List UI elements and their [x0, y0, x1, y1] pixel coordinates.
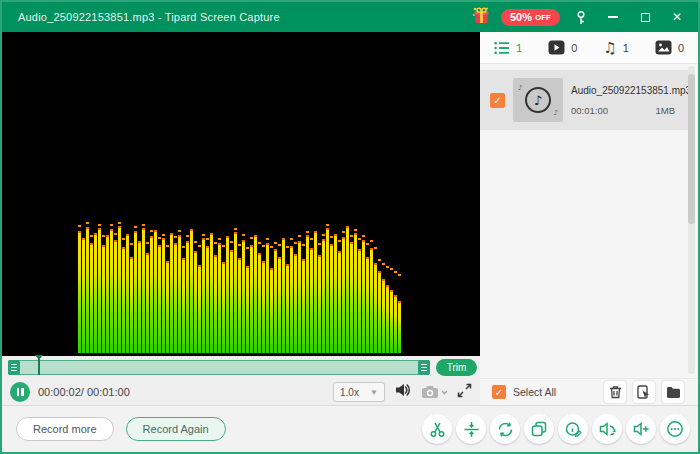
fullscreen-icon[interactable] [457, 383, 472, 402]
tab-video-count: 0 [571, 42, 577, 54]
titlebar: Audio_250922153851.mp3 - Tipard Screen C… [2, 2, 698, 32]
close-button[interactable]: ✕ [666, 7, 688, 27]
media-panel: 1 0 ♫ 1 0 [480, 32, 698, 405]
edit-info-icon [565, 421, 582, 438]
tab-video[interactable]: 0 [548, 40, 577, 55]
volume-boost-button[interactable] [626, 414, 656, 444]
trim-handle-left[interactable] [8, 360, 20, 375]
music-note-icon: ♫ [603, 39, 616, 57]
key-icon[interactable] [570, 7, 592, 27]
playback-row: 00:00:02/ 00:01:00 1.0x ▼ [2, 379, 480, 405]
gift-icon[interactable] [472, 6, 491, 29]
speaker-icon[interactable] [394, 382, 412, 402]
file-item[interactable]: ✓ ♪ ♪ ♪ Audio_250922153851.mp3 00:01:00 … [480, 70, 690, 130]
record-again-button[interactable]: Record Again [126, 417, 226, 441]
minimize-button[interactable] [602, 7, 624, 27]
file-checkbox[interactable]: ✓ [490, 93, 505, 108]
panel-scrollbar[interactable] [688, 66, 695, 374]
volume-boost-icon [633, 421, 650, 437]
waveform-visualizer [78, 226, 402, 353]
audio-preview [2, 32, 480, 356]
trash-icon [609, 385, 622, 399]
export-button[interactable] [633, 381, 655, 403]
promo-badge[interactable]: 50% OFF [501, 9, 560, 26]
panel-footer: ✓ Select All [480, 378, 698, 405]
trim-button[interactable]: Trim [436, 359, 477, 376]
camera-icon[interactable] [421, 385, 448, 399]
copy-button[interactable] [524, 414, 554, 444]
file-duration: 00:01:00 [571, 105, 608, 116]
split-icon [463, 421, 480, 438]
trim-handle-right[interactable] [418, 360, 430, 375]
copy-icon [531, 421, 547, 437]
trim-scissors-button[interactable] [422, 414, 452, 444]
export-icon [637, 385, 651, 399]
speed-select[interactable]: 1.0x ▼ [333, 382, 385, 402]
image-icon [655, 40, 672, 55]
more-dots-icon [666, 420, 684, 438]
bottom-toolbar: Record more Record Again [2, 405, 698, 452]
audio-convert-button[interactable] [592, 414, 622, 444]
tab-list-count: 1 [516, 42, 522, 54]
file-name: Audio_250922153851.mp3 [571, 85, 675, 96]
more-button[interactable] [660, 414, 690, 444]
window-title: Audio_250922153851.mp3 - Tipard Screen C… [18, 11, 280, 23]
trim-track[interactable] [8, 360, 430, 375]
app-window: Audio_250922153851.mp3 - Tipard Screen C… [0, 0, 700, 454]
tab-audio-count: 1 [623, 42, 629, 54]
progress-row: Trim [2, 356, 480, 379]
tab-list[interactable]: 1 [494, 41, 522, 55]
video-icon [548, 40, 565, 55]
promo-off: OFF [535, 13, 551, 22]
delete-button[interactable] [604, 381, 626, 403]
list-icon [494, 41, 510, 55]
file-list: ✓ ♪ ♪ ♪ Audio_250922153851.mp3 00:01:00 … [480, 64, 698, 378]
scrollbar-thumb[interactable] [688, 74, 695, 224]
edit-info-button[interactable] [558, 414, 588, 444]
preview-area: Trim 00:00:02/ 00:01:00 1.0x ▼ [2, 32, 480, 405]
tab-image[interactable]: 0 [655, 40, 684, 55]
chevron-down-icon: ▼ [370, 388, 378, 397]
scissors-icon [429, 421, 446, 438]
tab-audio[interactable]: ♫ 1 [603, 39, 629, 57]
select-all-checkbox[interactable]: ✓ [492, 385, 506, 399]
select-all-label: Select All [513, 386, 556, 398]
record-more-button[interactable]: Record more [16, 417, 114, 441]
mini-note-icon: ♪ [554, 109, 558, 117]
speed-value: 1.0x [340, 387, 359, 398]
media-tabbar: 1 0 ♫ 1 0 [480, 32, 698, 64]
music-record-icon: ♪ [525, 87, 551, 113]
audio-convert-icon [599, 421, 616, 437]
file-thumbnail: ♪ ♪ ♪ [513, 78, 563, 122]
playhead[interactable] [38, 355, 40, 375]
open-folder-button[interactable] [662, 381, 684, 403]
maximize-button[interactable] [634, 7, 656, 27]
folder-icon [666, 386, 681, 399]
pause-button[interactable] [10, 382, 30, 402]
tab-image-count: 0 [678, 42, 684, 54]
convert-button[interactable] [490, 414, 520, 444]
promo-percent: 50% [510, 11, 532, 23]
split-button[interactable] [456, 414, 486, 444]
time-display: 00:00:02/ 00:01:00 [38, 386, 130, 398]
mini-note-icon: ♪ [518, 84, 522, 92]
camera-chevron-icon [441, 390, 448, 395]
convert-icon [497, 421, 514, 438]
file-size: 1MB [655, 105, 675, 116]
